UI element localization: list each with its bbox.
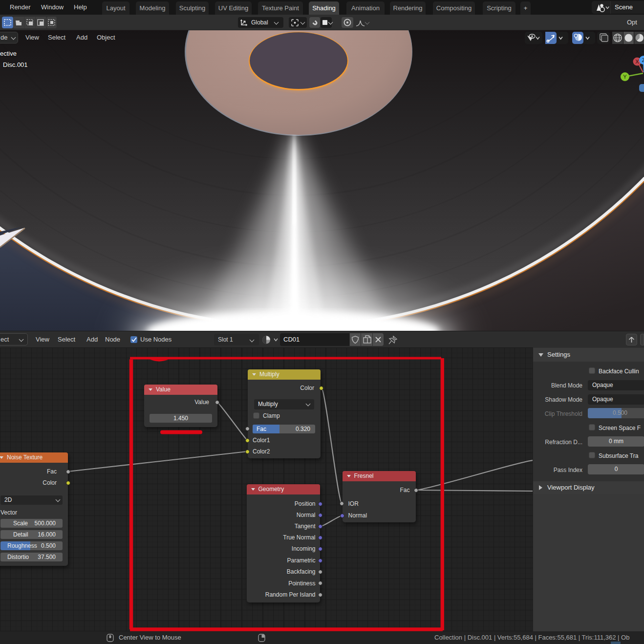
svg-text:Z: Z xyxy=(642,57,644,63)
svg-text:X: X xyxy=(635,59,639,64)
svg-text:Y: Y xyxy=(623,74,627,80)
